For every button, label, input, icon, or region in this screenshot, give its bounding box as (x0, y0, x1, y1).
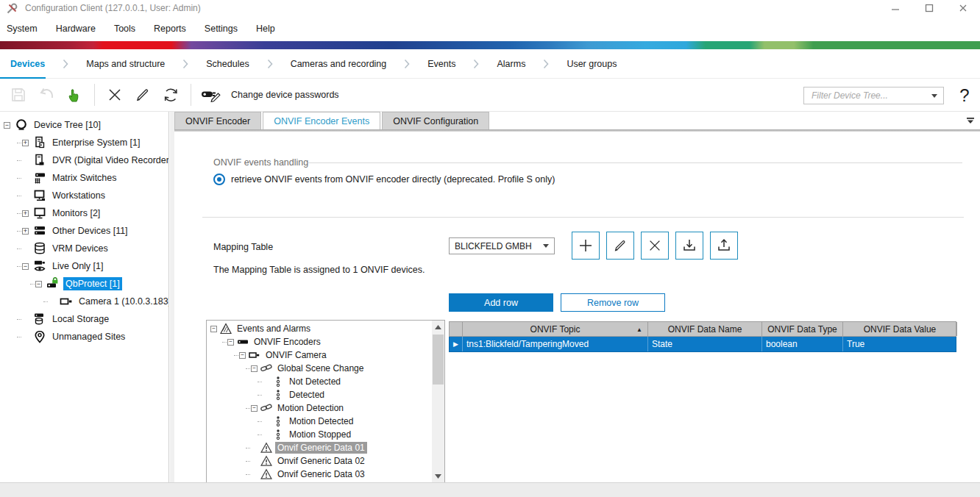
tree-item-live-only-1[interactable]: −Live Only [1] (0, 257, 168, 275)
scrollbar-thumb[interactable] (433, 335, 444, 385)
tree-item-events-and-alarms[interactable]: −Events and Alarms (207, 322, 432, 335)
mapping-table-dropdown[interactable]: BLICKFELD GMBH (449, 237, 555, 254)
undo-button[interactable] (32, 82, 60, 108)
filter-device-tree-input[interactable] (810, 90, 931, 101)
manual-commit-hand-button[interactable] (60, 82, 88, 108)
cell-onvif-topic[interactable]: tns1:Blickfeld/TamperingMoved (463, 337, 648, 351)
tree-item-not-detected[interactable]: Not Detected (207, 375, 432, 388)
tree-item-label: Onvif Generic Data 03 (275, 468, 367, 480)
expand-icon[interactable]: + (22, 140, 29, 146)
monitor-icon (32, 207, 46, 221)
tree-item-local-storage[interactable]: Local Storage (0, 310, 168, 328)
menu-system[interactable]: System (7, 24, 38, 34)
collapse-icon[interactable]: − (210, 326, 217, 332)
tree-item-onvif-encoders[interactable]: −ONVIF Encoders (207, 335, 432, 348)
chevron-down-icon (931, 94, 937, 98)
collapse-icon[interactable]: − (22, 263, 29, 270)
tree-item-onvif-camera[interactable]: −ONVIF Camera (207, 348, 432, 362)
tree-item-motion-detection[interactable]: −Motion Detection (207, 401, 432, 415)
close-button[interactable] (946, 0, 980, 16)
tree-item-motion-stopped[interactable]: Motion Stopped (207, 428, 432, 441)
events-tree-scrollbar[interactable] (432, 321, 444, 482)
nav-item-cameras-and-recording[interactable]: Cameras and recording (291, 59, 387, 69)
tree-item-qbprotect-1[interactable]: −QbProtect [1] (0, 275, 168, 293)
menu-hardware[interactable]: Hardware (56, 24, 96, 34)
collapse-icon[interactable]: − (227, 339, 234, 346)
scroll-up-icon[interactable] (432, 321, 444, 333)
nav-item-alarms[interactable]: Alarms (497, 59, 525, 69)
filter-device-tree-combo[interactable] (803, 87, 944, 104)
mapping-rename-button[interactable] (606, 232, 634, 260)
collapse-icon[interactable]: − (251, 365, 258, 372)
help-button[interactable]: ? (955, 85, 974, 107)
tree-item-motion-detected[interactable]: Motion Detected (207, 415, 432, 428)
tree-item-other-devices-11[interactable]: +Other Devices [11] (0, 222, 168, 240)
tree-item-label: Unmanaged Sites (50, 330, 127, 343)
device-tree-panel: −Device Tree [10]+Enterprise System [1]D… (0, 112, 169, 482)
mapping-delete-button[interactable] (641, 232, 669, 260)
column-header-onvif-data-value[interactable]: ONVIF Data Value (843, 322, 957, 336)
tree-item-workstations[interactable]: Workstations (0, 187, 168, 204)
row-selector-header (450, 322, 463, 336)
edit-button[interactable] (129, 82, 157, 108)
add-row-button[interactable]: Add row (449, 293, 553, 312)
cell-onvif-data-value[interactable]: True (843, 337, 957, 351)
collapse-icon[interactable]: − (239, 352, 246, 359)
table-row[interactable]: ▶tns1:Blickfeld/TamperingMovedStateboole… (449, 337, 956, 352)
scroll-down-icon[interactable] (432, 470, 444, 482)
collapse-icon[interactable]: − (35, 281, 42, 287)
maximize-button[interactable] (912, 0, 946, 16)
retrieve-events-radio[interactable] (213, 174, 225, 185)
tree-item-onvif-generic-data-01[interactable]: Onvif Generic Data 01 (207, 441, 432, 454)
nav-item-schedules[interactable]: Schedules (206, 59, 249, 69)
change-passwords-label[interactable]: Change device passwords (231, 90, 339, 100)
mapping-export-button[interactable] (710, 232, 738, 260)
tree-item-detected[interactable]: Detected (207, 388, 432, 401)
remove-row-button[interactable]: Remove row (561, 293, 665, 312)
collapse-icon[interactable]: − (251, 405, 258, 412)
events-tree-panel: −Events and Alarms−ONVIF Encoders−ONVIF … (206, 320, 445, 483)
mapping-import-button[interactable] (675, 232, 703, 260)
tab-onvif-configuration[interactable]: ONVIF Configuration (382, 112, 489, 129)
tree-item-device-tree-10[interactable]: −Device Tree [10] (0, 116, 168, 134)
menu-help[interactable]: Help (256, 24, 275, 34)
tree-connector (17, 143, 21, 143)
column-header-onvif-topic[interactable]: ONVIF Topic▲ (463, 322, 648, 336)
expand-icon[interactable]: + (22, 228, 29, 235)
toolbar-separator (94, 84, 95, 106)
delete-button[interactable] (101, 82, 129, 108)
workflow-nav-bar: DevicesMaps and structureSchedulesCamera… (0, 49, 980, 79)
tab-overflow-button[interactable] (964, 115, 977, 126)
tree-item-enterprise-system-1[interactable]: +Enterprise System [1] (0, 134, 168, 151)
tab-onvif-encoder[interactable]: ONVIF Encoder (174, 112, 261, 129)
menu-reports[interactable]: Reports (154, 24, 186, 34)
expand-icon[interactable]: + (22, 210, 29, 217)
nav-item-maps-and-structure[interactable]: Maps and structure (86, 59, 165, 69)
menu-settings[interactable]: Settings (205, 24, 238, 34)
save-button[interactable] (4, 82, 32, 108)
tree-item-monitors-2[interactable]: +Monitors [2] (0, 204, 168, 222)
column-header-onvif-data-name[interactable]: ONVIF Data Name (648, 322, 762, 336)
change-password-icon[interactable] (197, 82, 225, 108)
tab-onvif-encoder-events[interactable]: ONVIF Encoder Events (263, 112, 380, 129)
nav-item-user-groups[interactable]: User groups (567, 59, 617, 69)
tree-item-vrm-devices[interactable]: VRM Devices (0, 240, 168, 257)
tree-item-dvr-digital-video-recorder[interactable]: DVR (Digital Video Recorder) (0, 151, 168, 169)
column-header-onvif-data-type[interactable]: ONVIF Data Type (762, 322, 843, 336)
collapse-icon[interactable]: − (4, 122, 10, 129)
menu-tools[interactable]: Tools (114, 24, 135, 34)
mapping-grid: ONVIF Topic▲ONVIF Data NameONVIF Data Ty… (449, 321, 956, 352)
mapping-add-button[interactable] (572, 232, 600, 260)
cell-onvif-data-name[interactable]: State (648, 337, 762, 351)
tree-item-onvif-generic-data-03[interactable]: Onvif Generic Data 03 (207, 468, 432, 481)
tree-item-camera-1-10-0-3-183[interactable]: Camera 1 (10.0.3.183) (0, 293, 168, 310)
cell-onvif-data-type[interactable]: boolean (762, 337, 843, 351)
nav-item-events[interactable]: Events (427, 59, 455, 69)
tree-item-matrix-switches[interactable]: Matrix Switches (0, 169, 168, 187)
minimize-button[interactable] (878, 0, 912, 16)
refresh-button[interactable] (157, 82, 185, 108)
tree-item-unmanaged-sites[interactable]: Unmanaged Sites (0, 328, 168, 346)
tree-item-global-scene-change[interactable]: −Global Scene Change (207, 362, 432, 375)
tree-item-onvif-generic-data-02[interactable]: Onvif Generic Data 02 (207, 454, 432, 468)
nav-item-devices[interactable]: Devices (10, 59, 45, 69)
